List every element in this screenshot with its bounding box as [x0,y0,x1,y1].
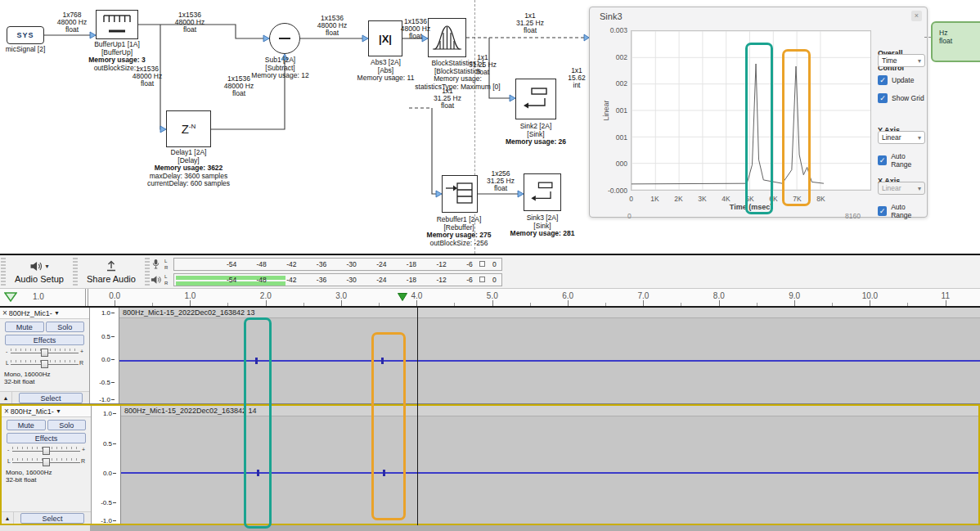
bufferup-block[interactable] [96,10,138,39]
track-name[interactable]: 800Hz_Mic1- [9,309,52,317]
meter-scale-number: 0 [492,276,497,284]
channel-labels: LR [164,274,171,286]
amplitude-scale-label: -1.0 [99,396,115,403]
timeline-ruler[interactable]: 1.0 0.01.02.03.04.05.06.07.08.09.010.011 [0,289,980,308]
meter-scale-number: -6 [466,260,473,268]
window-title[interactable]: Sink3 [600,11,623,21]
track-title-bar[interactable]: × 800Hz_Mic1- ▼ [2,406,91,417]
pan-slider[interactable]: L R [6,358,83,368]
sink3-block[interactable] [524,173,561,211]
playback-meter-row: LR -54-48-42-36-30-24-18-12-60 [151,272,502,286]
meter-scale-number: -54 [227,276,236,284]
show-grid-checkbox[interactable]: ✓ [878,93,888,103]
window-close-icon[interactable]: × [911,11,922,21]
recording-meter[interactable]: -54-48-42-36-30-24-18-12-60 [173,258,502,271]
solo-button[interactable]: Solo [46,322,85,332]
meter-scale-number: -30 [347,276,357,284]
vertical-scale-ruler[interactable]: 1.00.50.0-0.5-1.0 [90,308,119,403]
toolbar-grip[interactable] [1,258,6,286]
blockstatistics-block[interactable] [428,18,466,57]
check-icon: ✓ [879,208,886,215]
select-button[interactable]: Select [19,393,83,403]
recording-meter-row: LR -54-48-42-36-30-24-18-12-60 [151,257,502,271]
mute-button[interactable]: Mute [5,322,44,332]
bufferup-icon [97,11,137,38]
share-audio-button[interactable]: Share Audio [79,255,144,288]
meter-scale-number: -24 [376,276,386,284]
toolbar-grip[interactable] [145,258,150,286]
ruler-time-label: 9.0 [757,291,832,300]
y-autorange-checkbox[interactable]: ✓ [878,155,887,165]
domain-dropdown[interactable]: Time▾ [878,54,925,67]
collapse-button[interactable]: ▲ [2,512,14,524]
rebuffer-caption: Rebuffer1 [2A][Rebuffer] Memory usage: 2… [404,216,514,247]
x-autorange-checkbox[interactable]: ✓ [878,206,887,216]
show-grid-checkbox-row: ✓ Show Grid [878,93,925,103]
vertical-scale-ruler[interactable]: 1.00.50.0-0.5-1.0 [92,406,121,524]
rebuffer-block[interactable] [442,175,478,213]
sink2-block[interactable] [515,79,556,119]
audacity-toolbar: ▾ Audio Setup Share Audio LR -54-48-42-3… [0,255,980,289]
clip-indicator [479,277,485,282]
track-title-bar[interactable]: × 800Hz_Mic1- ▼ [0,308,89,319]
sys-caption: micSignal [2] [0,46,56,54]
amplitude-scale-label: 1.0 [101,309,115,317]
track-bottom-row: ▲ Select [2,511,91,524]
collapse-button[interactable]: ▲ [0,392,12,403]
gain-min-label: - [6,349,7,354]
y-scale-dropdown[interactable]: Linear▾ [878,131,925,144]
select-button[interactable]: Select [20,513,84,524]
playback-meter[interactable]: -54-48-42-36-30-24-18-12-60 [173,273,502,286]
track-close-icon[interactable]: × [4,407,9,416]
sys-source-block[interactable]: SYS [7,26,44,44]
mute-button[interactable]: Mute [7,420,46,430]
delay-block[interactable]: Z-N [166,110,211,147]
clip-indicator [479,261,485,267]
x-range-max: 8160 [845,212,861,220]
gain-slider[interactable]: - + [7,445,85,455]
ruler-time-label: 7.0 [605,291,681,300]
gain-max-label: + [82,447,85,452]
signal-label: 1x1 31.25 Hz float [516,12,544,34]
track-name[interactable]: 800Hz_Mic1- [11,407,54,416]
track-close-icon[interactable]: × [2,308,7,317]
gain-slider[interactable]: - + [6,347,83,357]
gain-slider-thumb[interactable] [43,447,50,455]
ruler-time-label: 10.0 [832,291,907,300]
amplitude-scale-label: 0.0 [101,356,115,363]
loop-region-triangle-icon[interactable] [4,292,17,302]
pan-slider[interactable]: L R [7,457,85,466]
effects-button[interactable]: Effects [7,433,86,443]
ruler-left-label: 1.0 [33,292,44,301]
meter-scale-number: -24 [376,260,386,268]
meter-toolbar: LR -54-48-42-36-30-24-18-12-60 LR -54-48… [151,255,502,288]
chevron-down-icon: ▾ [918,134,921,142]
effects-button[interactable]: Effects [5,335,84,345]
track-menu-caret-icon[interactable]: ▼ [56,408,61,414]
playhead-triangle-icon[interactable] [398,293,407,301]
histogram-icon [429,20,465,56]
update-checkbox[interactable]: ✓ [878,75,888,85]
pan-left-label: L [7,458,11,464]
track-menu-caret-icon[interactable]: ▼ [54,310,60,316]
track-control-panel: × 800Hz_Mic1- ▼ Mute Solo Effects - + [2,406,92,524]
channel-label: L [164,274,171,279]
audio-setup-button[interactable]: ▾ Audio Setup [7,255,72,288]
subtract-block[interactable] [269,23,300,54]
chevron-down-icon: ▾ [918,185,921,192]
gain-slider-thumb[interactable] [41,349,48,357]
pan-slider-thumb[interactable] [43,458,50,466]
ruler-time-label: 8.0 [681,291,757,300]
pan-slider-thumb[interactable] [41,360,48,368]
y-tick-label: 0.003 [610,26,627,34]
x-scale-dropdown[interactable]: Linear▾ [878,182,925,195]
show-grid-label: Show Grid [892,94,924,102]
audio-track-2-focused: × 800Hz_Mic1- ▼ Mute Solo Effects - + [0,404,980,525]
toolbar-grip[interactable] [73,258,78,286]
ruler-time-label: 6.0 [530,291,605,300]
solo-button[interactable]: Solo [47,420,87,430]
abs-block[interactable]: |X| [368,20,402,56]
y-axis-label: Linear [602,86,610,135]
amplitude-scale-label: -0.5 [99,379,115,386]
rebuffer-icon [443,177,476,211]
